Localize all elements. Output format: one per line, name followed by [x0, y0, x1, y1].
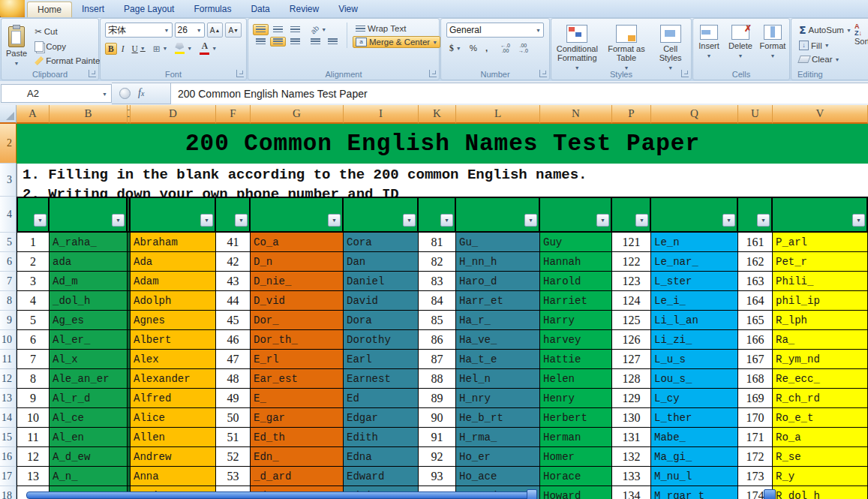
- cell[interactable]: 91: [419, 428, 456, 447]
- cell[interactable]: 88: [419, 369, 456, 389]
- tab-formulas[interactable]: Formulas: [184, 2, 241, 17]
- cell[interactable]: Hattie: [540, 350, 612, 369]
- cell[interactable]: Ho_er: [456, 447, 540, 467]
- filter-dropdown-button[interactable]: ▼: [112, 214, 125, 227]
- cell[interactable]: harvey: [540, 330, 612, 350]
- cell[interactable]: R_dol_h: [773, 486, 868, 499]
- styles-dialog-launcher[interactable]: [681, 70, 689, 77]
- cell[interactable]: Ha_t_e: [456, 350, 540, 369]
- cell[interactable]: 46: [216, 330, 251, 350]
- cell[interactable]: Ad_m: [50, 272, 128, 291]
- cell[interactable]: Ed_th: [251, 428, 344, 447]
- cell[interactable]: 51: [216, 428, 251, 447]
- cell[interactable]: Dorothy: [344, 330, 419, 350]
- cell[interactable]: Harry: [540, 311, 612, 330]
- filter-dropdown-button[interactable]: ▼: [524, 214, 537, 227]
- column-header-G[interactable]: G: [251, 105, 344, 124]
- cell[interactable]: Li_l_an: [651, 311, 738, 330]
- cell[interactable]: 133: [612, 467, 651, 486]
- cell[interactable]: 166: [738, 330, 773, 350]
- bold-button[interactable]: B: [105, 43, 117, 55]
- column-header-Q[interactable]: Q: [651, 105, 738, 124]
- cell[interactable]: 162: [738, 252, 773, 272]
- cell[interactable]: Ma_gi_: [651, 447, 738, 467]
- cell[interactable]: 128: [612, 369, 651, 389]
- column-header-B[interactable]: B: [50, 105, 128, 124]
- wrap-text-button[interactable]: Wrap Text: [353, 23, 440, 35]
- cell[interactable]: Agnes: [131, 311, 216, 330]
- cell[interactable]: Dor_th_: [251, 330, 344, 350]
- cell[interactable]: He_b_rt: [456, 408, 540, 428]
- cell[interactable]: Ho_ace: [456, 467, 540, 486]
- font-dialog-launcher[interactable]: [236, 70, 244, 77]
- filter-dropdown-button[interactable]: ▼: [635, 214, 648, 227]
- cell[interactable]: Helen: [540, 369, 612, 389]
- overlay-progress-bar[interactable]: [26, 491, 535, 499]
- copy-button[interactable]: Copy: [32, 40, 106, 53]
- cell[interactable]: 134: [612, 486, 651, 499]
- row-header-18[interactable]: 18: [0, 486, 17, 499]
- merge-center-button[interactable]: aMerge & Center▼: [353, 36, 440, 48]
- borders-button[interactable]: ⊞▼: [150, 42, 171, 56]
- cell[interactable]: 129: [612, 389, 651, 408]
- filter-dropdown-button[interactable]: ▼: [235, 214, 248, 227]
- sheet-title-cell[interactable]: 200 Common English Names Test Paper: [17, 124, 868, 164]
- cell[interactable]: Earnest: [344, 369, 419, 389]
- clear-button[interactable]: Clear▼: [796, 53, 842, 65]
- cell[interactable]: Ear_est: [251, 369, 344, 389]
- cell[interactable]: H_nn_h: [456, 252, 540, 272]
- cell[interactable]: Earl: [344, 350, 419, 369]
- cell[interactable]: 7: [17, 350, 50, 369]
- grow-font-button[interactable]: A▲: [207, 23, 224, 38]
- cell[interactable]: 87: [419, 350, 456, 369]
- align-top-button[interactable]: [253, 24, 269, 35]
- cell[interactable]: Hel_n: [456, 369, 540, 389]
- cell[interactable]: Ale_an_er: [50, 369, 128, 389]
- instructions-cell[interactable]: 1. Filling in the blank according to the…: [17, 164, 868, 197]
- align-center-button[interactable]: [270, 37, 286, 47]
- cell[interactable]: 49: [216, 389, 251, 408]
- tab-review[interactable]: Review: [280, 2, 329, 17]
- column-header-U[interactable]: U: [738, 105, 773, 124]
- cell[interactable]: 81: [419, 233, 456, 252]
- cell[interactable]: A_raha_: [50, 233, 128, 252]
- cell[interactable]: _d_ard: [251, 467, 344, 486]
- cell[interactable]: Le_i_: [651, 291, 738, 311]
- cell[interactable]: Ro_e_t: [773, 408, 868, 428]
- row-header-2[interactable]: 2: [0, 124, 17, 164]
- cell[interactable]: 122: [612, 252, 651, 272]
- number-dialog-launcher[interactable]: [539, 70, 547, 77]
- cell[interactable]: 6: [17, 330, 50, 350]
- cell[interactable]: Edward: [344, 467, 419, 486]
- filter-dropdown-button[interactable]: ▼: [852, 214, 865, 227]
- row-header-3[interactable]: 3: [0, 164, 17, 197]
- cell[interactable]: Phili_: [773, 272, 868, 291]
- row-header-7[interactable]: 7: [0, 272, 17, 291]
- overlay-progress-handle[interactable]: [527, 489, 537, 499]
- row-header-9[interactable]: 9: [0, 311, 17, 330]
- cell[interactable]: 42: [216, 252, 251, 272]
- cell[interactable]: 173: [738, 467, 773, 486]
- filter-dropdown-button[interactable]: ▼: [722, 214, 735, 227]
- cell[interactable]: Edna: [344, 447, 419, 467]
- accounting-format-button[interactable]: $▼: [446, 42, 464, 54]
- cell[interactable]: David: [344, 291, 419, 311]
- cell[interactable]: 164: [738, 291, 773, 311]
- row-header-5[interactable]: 5: [0, 233, 17, 252]
- cell[interactable]: 168: [738, 369, 773, 389]
- orientation-button[interactable]: ab▼: [308, 24, 329, 35]
- format-painter-button[interactable]: Format Painter: [32, 55, 106, 67]
- cell[interactable]: Al_en: [50, 428, 128, 447]
- cell[interactable]: Alice: [131, 408, 216, 428]
- cell[interactable]: Ra_: [773, 330, 868, 350]
- cell[interactable]: 1: [17, 233, 50, 252]
- cell[interactable]: Ag_es: [50, 311, 128, 330]
- cell[interactable]: Horace: [540, 467, 612, 486]
- cell[interactable]: Andrew: [131, 447, 216, 467]
- cell[interactable]: L_ther: [651, 408, 738, 428]
- comma-style-button[interactable]: ,: [482, 42, 491, 54]
- cell[interactable]: 9: [17, 389, 50, 408]
- cell[interactable]: Ha_ve_: [456, 330, 540, 350]
- align-middle-button[interactable]: [270, 24, 286, 35]
- row-header-16[interactable]: 16: [0, 447, 17, 467]
